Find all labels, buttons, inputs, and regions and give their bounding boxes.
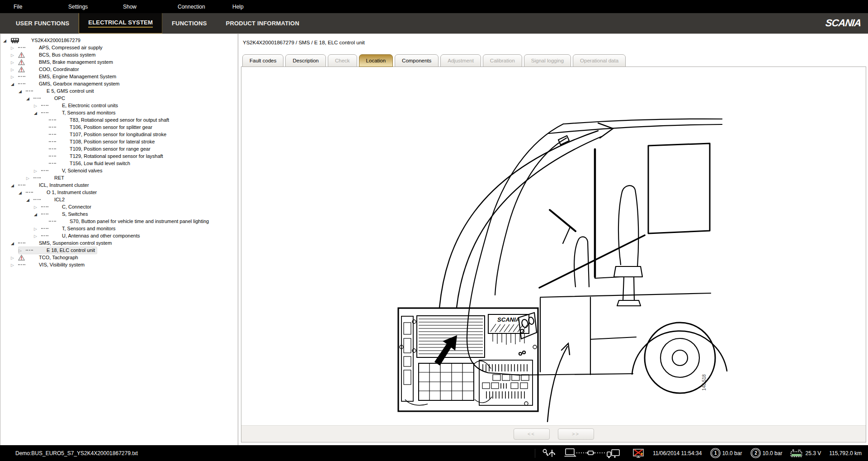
- tree-expander-icon[interactable]: [11, 59, 18, 65]
- tab[interactable]: Check: [328, 54, 357, 67]
- pc-to-vehicle-link-icon: [564, 447, 624, 459]
- tree-item[interactable]: E 18, ELC control unit: [0, 247, 238, 254]
- datetime-group: 11/06/2014 11:54:34: [653, 450, 702, 456]
- tab[interactable]: Location: [359, 54, 393, 67]
- tree-item-label: T108, Position sensor for lateral stroke: [70, 139, 155, 144]
- tree-item[interactable]: T156, Low fluid level switch: [0, 160, 238, 167]
- tree-item[interactable]: ICL2: [0, 196, 238, 203]
- tree-expander-icon[interactable]: [11, 262, 18, 267]
- tree-item[interactable]: YS2K4X20001867279: [0, 37, 238, 44]
- tree-item[interactable]: SMS, Suspension control system: [0, 239, 238, 247]
- nav-tab-label: FUNCTIONS: [172, 20, 207, 27]
- next-button[interactable]: >>: [558, 428, 594, 440]
- tree-expander-icon[interactable]: [34, 211, 41, 217]
- tree-item[interactable]: BMS, Brake management system: [0, 58, 238, 66]
- tree-item[interactable]: O 1, Instrument cluster: [0, 189, 238, 196]
- tree-item[interactable]: RET: [0, 174, 238, 181]
- component-dots-icon: [41, 214, 48, 214]
- tree-expander-icon[interactable]: [19, 190, 26, 195]
- menu-item[interactable]: Connection: [178, 4, 232, 10]
- tree-item[interactable]: V, Solenoid valves: [0, 167, 238, 174]
- tree-item[interactable]: T83, Rotational speed sensor for output …: [0, 116, 238, 124]
- menu-item[interactable]: Settings: [68, 4, 123, 10]
- tree-item-main: T109, Position sensor for range gear: [42, 146, 152, 152]
- board-scania-label: SCANIA: [497, 316, 520, 323]
- tree-item-main: O 1, Instrument cluster: [19, 189, 99, 196]
- tree-item[interactable]: EMS, Engine Management System: [0, 73, 238, 80]
- tree-item[interactable]: E, Electronic control units: [0, 102, 238, 109]
- tree-expander-icon[interactable]: [19, 247, 26, 253]
- tree-item[interactable]: OPC: [0, 95, 238, 102]
- tree-expander-icon[interactable]: [11, 74, 18, 79]
- tree-item[interactable]: T106, Position sensor for splitter gear: [0, 124, 238, 131]
- component-dots-icon: [33, 98, 41, 99]
- tree-expander-icon[interactable]: [34, 110, 41, 115]
- previous-button[interactable]: <<: [514, 428, 550, 440]
- tree-item[interactable]: BCS, Bus chassis system: [0, 51, 238, 58]
- battery-voltage-group: 25.3 V: [790, 449, 821, 457]
- tree-item[interactable]: COO, Coordinator: [0, 66, 238, 73]
- nav-tab[interactable]: PRODUCT INFORMATION: [217, 13, 309, 33]
- tree-expander-icon[interactable]: [34, 103, 41, 108]
- tree-item[interactable]: ICL, Instrument cluster: [0, 181, 238, 189]
- tree-item[interactable]: T129, Rotational speed sensor for laysha…: [0, 152, 238, 160]
- tree-expander-icon[interactable]: [11, 81, 18, 86]
- tree-expander-icon[interactable]: [11, 45, 18, 50]
- tab[interactable]: Signal logging: [524, 54, 571, 67]
- component-dots-icon: [49, 119, 56, 120]
- tree-expander-icon[interactable]: [34, 233, 41, 238]
- component-dots-icon: [18, 47, 25, 48]
- tree-item[interactable]: APS, Compressed air supply: [0, 44, 238, 51]
- tree-expander-icon[interactable]: [26, 95, 33, 101]
- component-dots-icon: [49, 163, 56, 164]
- warning-icon: [18, 67, 25, 72]
- component-dots-icon: [49, 141, 56, 142]
- tab-strip: Fault codes Description Check Location C…: [242, 54, 626, 67]
- tree-item-main: OPC: [26, 95, 67, 102]
- tree-expander-icon[interactable]: [26, 197, 33, 202]
- menu-item[interactable]: Show: [123, 4, 178, 10]
- nav-tab[interactable]: USER FUNCTIONS: [6, 13, 79, 33]
- tree-item-main: S70, Button panel for vehicle time and i…: [42, 218, 211, 225]
- nav-tab[interactable]: FUNCTIONS: [162, 13, 217, 33]
- tree-item[interactable]: T, Sensors and monitors: [0, 225, 238, 232]
- tree-item[interactable]: T107, Position sensor for longitudinal s…: [0, 131, 238, 138]
- tree-item[interactable]: U, Antennas and other components: [0, 232, 238, 239]
- tree-expander-icon[interactable]: [34, 226, 41, 231]
- tab[interactable]: Adjustment: [440, 54, 481, 67]
- tree-item[interactable]: T109, Position sensor for range gear: [0, 145, 238, 152]
- tree-item[interactable]: T, Sensors and monitors: [0, 109, 238, 116]
- tree-expander-icon[interactable]: [11, 240, 18, 246]
- tab[interactable]: Fault codes: [242, 54, 283, 67]
- tree-expander-icon[interactable]: [34, 168, 41, 173]
- component-dots-icon: [41, 235, 48, 236]
- tree-expander-icon[interactable]: [11, 67, 18, 72]
- tree-expander-icon[interactable]: [34, 204, 41, 209]
- tree-item[interactable]: GMS, Gearbox management system: [0, 80, 238, 87]
- tree-expander-icon[interactable]: [11, 52, 18, 57]
- tree-expander-icon[interactable]: [19, 88, 26, 94]
- tree-expander-icon[interactable]: [3, 38, 10, 43]
- tree-item[interactable]: S, Switches: [0, 210, 238, 218]
- tree-item[interactable]: C, Connector: [0, 203, 238, 210]
- tab[interactable]: Operational data: [573, 54, 626, 67]
- tree-item[interactable]: VIS, Visibility system: [0, 261, 238, 268]
- pager-footer: << >>: [241, 425, 866, 442]
- tree-item[interactable]: E 5, GMS control unit: [0, 87, 238, 95]
- tree-item-label: OPC: [54, 95, 65, 101]
- nav-tabs: USER FUNCTIONS ELECTRICAL SYSTEM FUNCTIO…: [6, 13, 309, 33]
- tree-item[interactable]: TCO, Tachograph: [0, 254, 238, 261]
- nav-tab[interactable]: ELECTRICAL SYSTEM: [79, 13, 162, 33]
- tree-expander-icon[interactable]: [11, 182, 18, 188]
- system-tree: YS2K4X20001867279: [0, 34, 238, 445]
- tab[interactable]: Calibration: [483, 54, 522, 67]
- tree-item[interactable]: T108, Position sensor for lateral stroke: [0, 138, 238, 145]
- tree-expander-icon[interactable]: [11, 255, 18, 260]
- tab[interactable]: Components: [395, 54, 439, 67]
- menu-item[interactable]: File: [14, 4, 68, 10]
- component-dots-icon: [49, 156, 56, 157]
- menu-item[interactable]: Help: [232, 4, 287, 10]
- tree-expander-icon[interactable]: [26, 175, 33, 181]
- tab[interactable]: Description: [285, 54, 326, 67]
- tree-item[interactable]: S70, Button panel for vehicle time and i…: [0, 218, 238, 225]
